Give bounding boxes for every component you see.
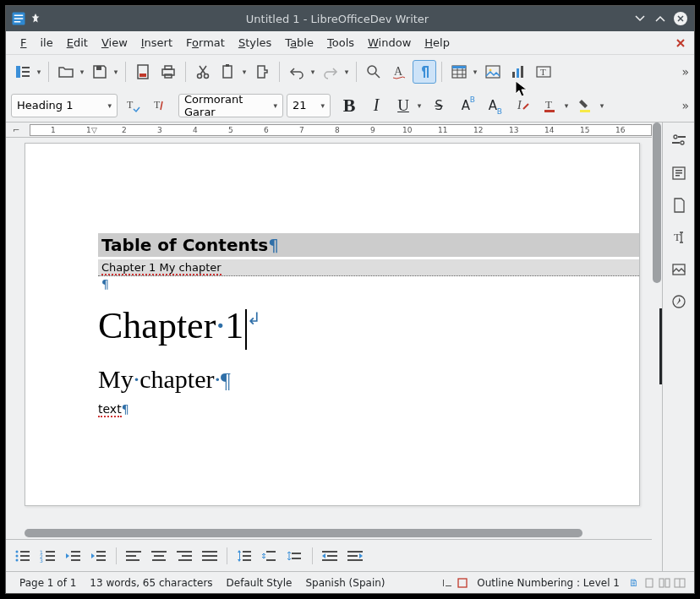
styles-panel-icon[interactable] [669,163,689,183]
view-book-icon[interactable] [674,577,686,589]
status-outline[interactable]: Outline Numbering : Level 1 [470,577,626,589]
heading-2[interactable]: My·chapter·¶ [98,365,231,394]
indent-inc-icon[interactable] [89,547,109,564]
list-bullet-icon[interactable] [13,547,33,564]
document-area[interactable]: Table of Contents¶ Chapter 1 My chapter … [6,138,652,527]
style-inspector-icon[interactable]: T [669,227,689,248]
toolbar2-overflow[interactable]: » [681,99,689,112]
toc-entry[interactable]: Chapter 1 My chapter [98,259,639,276]
bold-button[interactable]: B [337,94,361,117]
indent-dec-icon[interactable] [63,547,84,564]
svg-rect-58 [154,555,164,557]
export-pdf-icon[interactable] [131,60,155,84]
update-style-icon[interactable]: T [121,94,145,117]
menu-help[interactable]: Help [418,33,457,52]
dropdown-caret[interactable]: ▾ [35,68,43,76]
menu-table[interactable]: Table [278,33,320,52]
font-color-button[interactable]: T [539,94,562,117]
navigator-panel-icon[interactable] [669,291,689,312]
font-name-combo[interactable]: Cormorant Garar▾ [178,94,283,117]
font-size-combo[interactable]: 21▾ [287,94,331,117]
find-icon[interactable] [362,60,386,84]
page[interactable]: Table of Contents¶ Chapter 1 My chapter … [25,143,640,506]
menu-styles[interactable]: Styles [232,33,278,52]
indent-right-icon[interactable] [345,547,365,564]
menu-view[interactable]: View [95,33,134,52]
sidebar-toggle-icon[interactable] [11,60,35,84]
status-page[interactable]: Page 1 of 1 [13,577,83,589]
page-panel-icon[interactable] [669,195,689,215]
svg-text:T: T [127,99,134,111]
maximize-button[interactable] [652,10,669,27]
menu-edit[interactable]: Edit [60,33,95,52]
selection-mode-icon[interactable] [457,577,468,589]
view-multi-icon[interactable] [659,577,670,589]
indent-left-icon[interactable] [320,547,340,564]
svg-point-38 [16,554,19,557]
body-text[interactable]: text¶ [98,402,129,416]
menu-format[interactable]: Format [179,33,232,52]
image-insert-icon[interactable] [481,60,505,84]
cut-icon[interactable] [191,60,215,84]
menu-insert[interactable]: Insert [134,33,179,52]
status-words[interactable]: 13 words, 65 characters [83,577,219,589]
svg-rect-75 [327,555,337,557]
clear-format-button[interactable]: I [511,94,535,117]
gallery-panel-icon[interactable] [669,259,689,280]
align-center-icon[interactable] [149,547,169,564]
strikethrough-button[interactable]: S [427,94,451,117]
superscript-button[interactable]: A [454,94,478,117]
svg-rect-2 [14,18,24,19]
pin-icon[interactable] [30,13,41,25]
undo-icon[interactable] [285,60,309,84]
menu-window[interactable]: Window [361,33,418,52]
horizontal-ruler[interactable]: ⌐ 1 ▽ 12345678910111213141516 [6,123,652,138]
save-icon[interactable] [88,60,112,84]
table-insert-icon[interactable] [447,60,471,84]
spellcheck-icon[interactable]: A [387,60,411,84]
vertical-scrollbar[interactable] [652,123,662,571]
status-style[interactable]: Default Style [220,577,299,589]
doc-close-icon[interactable] [675,37,686,49]
highlight-button[interactable] [574,94,598,117]
para-spacing-dec-icon[interactable] [285,547,305,564]
svg-rect-23 [486,66,500,78]
list-number-icon[interactable]: 123 [38,547,58,564]
horizontal-scrollbar[interactable] [6,527,652,539]
status-language[interactable]: Spanish (Spain) [298,577,391,589]
view-single-icon[interactable] [643,577,655,589]
formatting-marks-icon[interactable] [413,60,436,84]
app-icon [11,11,26,26]
menu-bar: File Edit View Insert Format Styles Tabl… [6,31,694,55]
redo-icon[interactable] [319,60,342,84]
sig-icon[interactable]: 🗎 [628,577,640,589]
menu-tools[interactable]: Tools [320,33,361,52]
clone-format-icon[interactable] [250,60,274,84]
paragraph-style-combo[interactable]: Heading 1▾ [11,94,118,117]
chart-insert-icon[interactable] [506,60,530,84]
subscript-button[interactable]: A [481,94,505,117]
svg-rect-54 [126,551,141,553]
insert-mode-icon[interactable]: I [441,577,453,589]
para-spacing-inc-icon[interactable] [260,547,280,564]
open-icon[interactable] [54,60,78,84]
align-right-icon[interactable] [174,547,194,564]
print-icon[interactable] [156,60,180,84]
italic-button[interactable]: I [364,94,388,117]
paste-icon[interactable] [216,60,240,84]
minimize-button[interactable] [632,10,648,27]
toc-heading[interactable]: Table of Contents¶ [98,233,639,257]
align-justify-icon[interactable] [200,547,220,564]
menu-file[interactable]: File [14,33,60,52]
svg-point-82 [681,141,684,144]
heading-1[interactable]: Chapter·1↲ [98,304,261,350]
textbox-icon[interactable]: T [532,60,555,84]
line-spacing-icon[interactable] [234,547,254,564]
window-close-button[interactable] [672,10,689,27]
align-left-icon[interactable] [123,547,144,564]
toolbar-overflow[interactable]: » [681,65,689,79]
underline-button[interactable]: U [391,94,415,117]
properties-panel-icon[interactable] [669,131,689,151]
new-style-icon[interactable]: T [148,94,172,117]
svg-rect-71 [266,559,276,561]
